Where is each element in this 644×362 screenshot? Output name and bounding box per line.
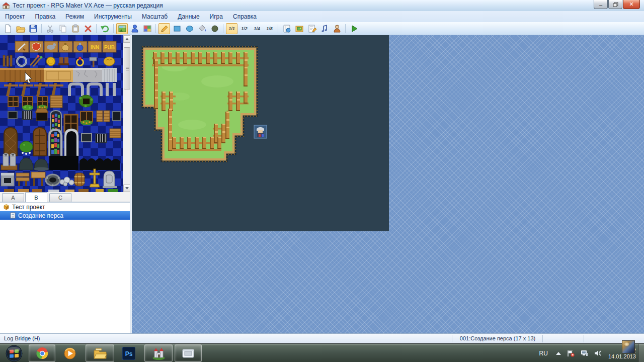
tab-c[interactable]: C	[49, 193, 71, 202]
event-mode-button[interactable]	[129, 23, 140, 34]
inn-sign-text: INN	[91, 45, 99, 50]
taskbar-photoshop-button[interactable]: Ps	[116, 344, 142, 362]
map-mode-button[interactable]	[116, 23, 128, 34]
pencil-icon	[159, 24, 170, 34]
region-grid-icon	[142, 24, 152, 34]
undo-button[interactable]	[99, 23, 111, 34]
player-start-sprite[interactable]	[254, 125, 267, 138]
menu-mode[interactable]: Режим	[60, 12, 89, 21]
map-canvas[interactable]	[132, 35, 389, 231]
title-bar[interactable]: Тест проект - RPG Maker VX Ace — русская…	[0, 0, 644, 11]
zoom-1-4-button[interactable]: 1/4	[251, 23, 263, 34]
tileset-tiles[interactable]: INN PUB	[0, 35, 123, 192]
scissors-icon	[45, 24, 55, 34]
rectangle-tool-button[interactable]	[171, 23, 183, 34]
menu-data[interactable]: Данные	[173, 12, 204, 21]
map-mode-icon	[117, 24, 127, 34]
shadow-pen-button[interactable]	[209, 23, 220, 34]
arrow-up-icon	[125, 38, 129, 40]
status-map-info: 001:Создание перса (17 x 13)	[453, 335, 542, 341]
tree-item-project[interactable]: Тест проект	[0, 203, 131, 211]
tab-b[interactable]: B	[25, 192, 47, 202]
region-mode-button[interactable]	[141, 23, 153, 34]
network-icon[interactable]	[581, 350, 588, 356]
character-icon	[332, 24, 342, 34]
taskbar-explorer-button[interactable]	[86, 344, 114, 362]
taskbar-rpg-maker-button[interactable]	[144, 344, 173, 362]
zoom-1-1-button[interactable]: 1/1	[226, 23, 237, 34]
menu-help[interactable]: Справка	[228, 12, 262, 21]
zoom-1-4-label: 1/4	[254, 26, 260, 31]
zoom-1-2-button[interactable]: 1/2	[238, 23, 250, 34]
shadow-circle-icon	[210, 24, 220, 34]
new-project-button[interactable]	[2, 23, 14, 34]
explorer-folder-icon	[93, 347, 107, 359]
event-person-icon	[130, 24, 140, 34]
taskbar-recorder-button[interactable]	[175, 344, 202, 362]
taskbar-chrome-button[interactable]	[29, 344, 55, 362]
copy-pages-icon	[58, 24, 68, 34]
clock-date: 14.01.2013	[608, 353, 636, 359]
recorder-window-icon	[182, 347, 195, 360]
character-generator-button[interactable]	[331, 23, 343, 34]
show-desktop-button[interactable]	[638, 344, 644, 362]
menu-scale[interactable]: Масштаб	[137, 12, 173, 21]
start-button[interactable]	[2, 344, 26, 362]
restore-icon	[613, 2, 618, 7]
zoom-1-1-label: 1/1	[228, 26, 235, 31]
open-project-button[interactable]	[15, 23, 26, 34]
script-editor-button[interactable]	[306, 23, 317, 34]
zoom-1-8-label: 1/8	[266, 26, 273, 31]
zoom-1-8-button[interactable]: 1/8	[264, 23, 275, 34]
menu-tools[interactable]: Инструменты	[89, 12, 137, 21]
media-player-icon	[63, 347, 76, 360]
copy-button[interactable]	[57, 23, 68, 34]
undo-arrow-icon	[100, 24, 110, 34]
save-project-button[interactable]	[27, 23, 39, 34]
close-button[interactable]: ✕	[623, 0, 640, 9]
delete-button[interactable]	[82, 23, 94, 34]
rpg-maker-window: Тест проект - RPG Maker VX Ace — русская…	[0, 0, 644, 343]
taskbar-media-player-button[interactable]	[57, 344, 83, 362]
action-center-flag-icon[interactable]	[567, 350, 575, 357]
pub-sign-text: PUB	[104, 45, 115, 50]
window-title: Тест проект - RPG Maker VX Ace — русская…	[13, 2, 163, 9]
rpg-maker-icon	[152, 347, 166, 360]
zoom-1-2-label: 1/2	[241, 26, 248, 31]
tab-a[interactable]: A	[2, 193, 24, 202]
photoshop-icon: Ps	[122, 347, 135, 360]
tileset-palette[interactable]: INN PUB	[0, 35, 131, 192]
language-indicator[interactable]: RU	[539, 350, 548, 357]
tile-row-signs[interactable]: INN PUB	[15, 41, 116, 52]
pencil-tool-button[interactable]	[158, 23, 170, 34]
ellipse-tool-button[interactable]	[184, 23, 195, 34]
map-page-icon	[10, 212, 16, 219]
volume-icon[interactable]	[594, 350, 601, 356]
status-tool-hint: Log Bridge (H)	[4, 335, 40, 341]
restore-button[interactable]	[608, 0, 622, 9]
menu-game[interactable]: Игра	[205, 12, 228, 21]
clipboard-icon	[70, 24, 80, 34]
database-button[interactable]	[281, 23, 292, 34]
menu-bar: Проект Правка Режим Инструменты Масштаб …	[0, 11, 644, 23]
playtest-button[interactable]	[348, 23, 360, 34]
flood-fill-button[interactable]	[196, 23, 208, 34]
tray-expand-icon[interactable]	[556, 352, 561, 355]
toolbar: 1/1 1/2 1/4 1/8	[0, 22, 644, 35]
tree-item-map[interactable]: Создание перса	[0, 211, 131, 220]
music-note-icon	[319, 24, 330, 34]
resource-manager-button[interactable]	[293, 23, 305, 34]
menu-project[interactable]: Проект	[0, 12, 30, 21]
map-editor-region[interactable]	[132, 35, 644, 333]
script-page-icon	[307, 24, 317, 34]
tile-row-walls[interactable]	[0, 68, 117, 82]
menu-edit[interactable]: Правка	[30, 12, 61, 21]
paste-button[interactable]	[69, 23, 81, 34]
app-icon	[3, 2, 10, 9]
minimize-button[interactable]: –	[594, 0, 608, 9]
rectangle-icon	[172, 24, 182, 34]
sound-test-button[interactable]	[318, 23, 330, 34]
cut-button[interactable]	[44, 23, 56, 34]
new-page-icon	[3, 24, 13, 34]
ellipse-icon	[185, 24, 195, 34]
